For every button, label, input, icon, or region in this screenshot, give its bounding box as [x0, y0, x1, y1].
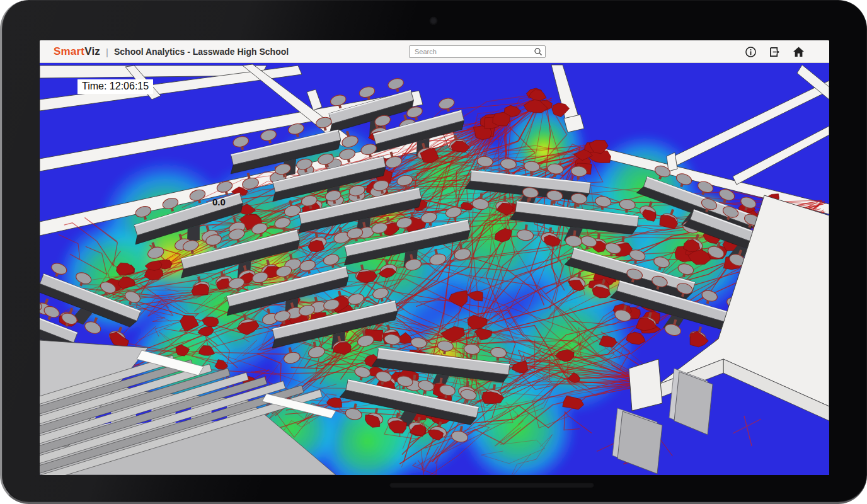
logout-icon[interactable]	[769, 46, 781, 58]
value-label: 0.0	[212, 197, 226, 207]
frame-speaker	[389, 482, 594, 488]
app-logo: SmartViz	[54, 45, 100, 58]
logo-primary: Smart	[54, 45, 84, 57]
page-title: School Analytics - Lasswade High School	[114, 47, 289, 57]
app-window: SmartViz | School Analytics - Lasswade H…	[40, 40, 829, 475]
brand-block: SmartViz | School Analytics - Lasswade H…	[54, 40, 289, 63]
camera-dot	[430, 17, 437, 25]
search-icon	[534, 47, 543, 56]
header-icons	[745, 40, 805, 63]
screenshot-root: SmartViz | School Analytics - Lasswade H…	[0, 0, 867, 504]
search-input[interactable]	[409, 45, 546, 58]
time-label: Time: 12:06:15	[78, 79, 153, 94]
info-icon[interactable]	[745, 46, 757, 58]
viz-canvas[interactable]: Time: 12:06:15 0.0	[40, 63, 829, 475]
logo-secondary: Viz	[84, 45, 100, 57]
simulation-3d-view	[40, 63, 829, 475]
app-header: SmartViz | School Analytics - Lasswade H…	[40, 40, 829, 63]
search-box	[409, 45, 546, 58]
title-separator: |	[106, 47, 108, 57]
tablet-frame: SmartViz | School Analytics - Lasswade H…	[0, 0, 867, 504]
home-icon[interactable]	[793, 46, 805, 58]
